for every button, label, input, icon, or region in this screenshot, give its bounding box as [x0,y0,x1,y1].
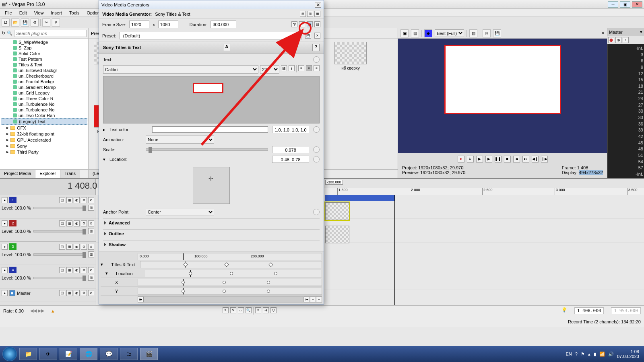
plugin-tree[interactable]: S_WipeWedge S_Zap Solid Color Test Patte… [0,39,88,169]
animate-icon[interactable] [313,156,320,162]
mute-icon[interactable]: ⊘ [88,197,94,203]
volume-icon[interactable]: 🔊 [608,352,614,357]
record-button[interactable]: ● [458,156,464,162]
animate-icon[interactable] [313,146,320,153]
stop-button[interactable]: ■ [504,156,511,162]
chevron-up-icon[interactable]: ▴ [588,352,590,357]
cut-icon[interactable]: ✂ [42,19,50,27]
kf-track-x[interactable]: X [101,278,322,287]
taskbar-notes-icon[interactable]: 📝 [60,348,77,360]
chain-icon[interactable]: ▥ [307,11,313,17]
playhead[interactable] [394,195,395,305]
expand-icon[interactable]: ▸ [2,197,8,203]
clip-track2[interactable] [325,226,349,243]
track-header-2[interactable]: ▸2 ◫▦◐⚙⊘ Level: 100.0 %▥ [0,218,96,242]
taskbar-telegram-icon[interactable]: ✈ [39,348,57,360]
bypass-fx-icon[interactable]: ◫ [59,197,65,203]
auto-ripple-icon[interactable]: ⇉ [263,307,269,313]
chain-icon[interactable]: ▤ [300,11,306,17]
refresh-icon[interactable]: ↻ [2,31,5,36]
track-header-master[interactable]: ▸◼Master ◫▦◐⚙⊘ [0,288,96,302]
kf-track-y[interactable]: Y [101,287,322,296]
chain-icon[interactable]: ▦ [314,11,320,17]
preview-quality[interactable]: Best (Full) [435,29,464,37]
frame-width-input[interactable] [129,21,149,28]
copy-snapshot-icon[interactable]: ⎘ [483,29,491,37]
close-preview-icon[interactable]: ✕ [601,31,605,36]
location-value[interactable]: 0.48, 0.78 [272,156,309,163]
track-header-4[interactable]: ▸4 ◫▦◐⚙⊘ Level: 100.0 %▥ [0,265,96,288]
delete-preset-icon[interactable]: ✕ [314,33,320,39]
preset-thumb[interactable]: иб сверху [332,42,369,99]
prev-frame-button[interactable]: ◀❙ [532,156,539,162]
animate-icon[interactable] [313,209,320,215]
split-icon[interactable]: ▥ [469,29,477,37]
plugin-help-button[interactable]: ? [312,44,320,51]
animate-icon[interactable] [313,126,320,133]
lock-icon[interactable]: ⬡ [270,307,277,313]
menu-edit[interactable]: Edit [16,10,30,16]
tab-explorer[interactable]: Explorer [35,170,60,178]
meter-mute-icon[interactable]: ! [623,37,629,43]
tool-normal-icon[interactable]: ↖ [223,307,229,313]
taskbar-explorer-icon[interactable]: 📁 [19,348,37,360]
taskbar-whatsapp-icon[interactable]: 💬 [100,348,118,360]
search-input[interactable] [14,30,87,37]
flag-tray-icon[interactable]: ⚑ [581,352,585,357]
go-end-button[interactable]: ⏭ [522,156,529,162]
tool-envelope-icon[interactable]: ✎ [230,307,236,313]
loop-button[interactable]: ↻ [467,156,474,162]
dialog-close-button[interactable]: ✕ [315,2,321,8]
next-frame-button[interactable]: ❙▶ [541,156,548,162]
location-picker[interactable]: ✢ [193,167,230,204]
comp-icon[interactable]: ▥ [88,205,94,211]
preview-ext-icon[interactable]: ▣ [400,29,409,37]
kf-track-titles[interactable]: ▾Titles & Text [101,260,322,269]
pause-button[interactable]: ❚❚ [495,156,502,162]
clip-track1[interactable] [325,202,349,220]
tab-transitions[interactable]: Trans [60,170,80,178]
tool-zoom-icon[interactable]: 🔍 [246,307,252,313]
play-start-button[interactable]: ▶ [476,156,483,162]
kf-remove-icon[interactable]: − [316,296,322,302]
save-icon[interactable]: 💾 [21,19,29,27]
help-icon[interactable]: ? [291,21,297,27]
track-header-3[interactable]: ▸3 ◫▦◐⚙⊘ Level: 100.0 %▥ [0,242,96,265]
kf-scrollbar[interactable] [144,296,304,302]
kf-track-location[interactable]: ▾Location [101,269,322,278]
align-right-icon[interactable]: ≡ [314,65,320,71]
copy-icon[interactable]: ⎘ [52,19,60,27]
duration-input[interactable] [211,21,236,28]
snap-icon[interactable]: ⌗ [255,307,261,313]
auto-icon[interactable]: ◐ [74,197,80,203]
battery-icon[interactable]: ▮ [594,352,596,357]
menu-insert[interactable]: Insert [47,10,65,16]
menu-file[interactable]: File [2,10,15,16]
language-indicator[interactable]: EN [566,352,572,356]
shadow-section[interactable]: Shadow [103,240,320,249]
minimize-button[interactable]: ─ [608,1,618,8]
media-props-icon[interactable]: ▤ [314,21,320,27]
animate-icon[interactable] [313,56,320,63]
position-readout[interactable]: 1 408.000 [574,307,604,314]
help-tray-icon[interactable]: ? [575,352,578,356]
advanced-section[interactable]: Advanced [103,218,320,227]
close-button[interactable]: ✕ [632,1,642,8]
taskbar-chrome-icon[interactable]: 🌐 [80,348,97,360]
tab-project-media[interactable]: Project Media [0,170,35,178]
save-snapshot-icon[interactable]: 💾 [493,29,501,37]
track-header-1[interactable]: ▸1 ◫▦◐⚙⊘ Level: 100.0 %▥ [0,195,96,218]
meter-auto-icon[interactable]: ◑ [615,37,621,43]
taskbar-folder-icon[interactable]: 🗂 [120,348,138,360]
clock[interactable]: 1:0807.03.2023 [617,349,639,359]
kf-add-icon[interactable]: + [310,296,316,302]
selection-end-readout[interactable]: 1 953.000 [611,307,641,314]
gear-icon[interactable]: ⚙ [81,197,87,203]
loop-start-marker[interactable]: -300.000 [325,180,343,185]
overlays-icon[interactable]: ◆ [424,29,432,37]
outline-section[interactable]: Outline [103,229,320,238]
go-start-button[interactable]: ⏮ [513,156,520,162]
taskbar-vegas-icon[interactable]: 🎬 [140,348,158,360]
play-button[interactable]: ▶ [485,156,492,162]
new-project-icon[interactable]: 🗋 [2,19,10,27]
